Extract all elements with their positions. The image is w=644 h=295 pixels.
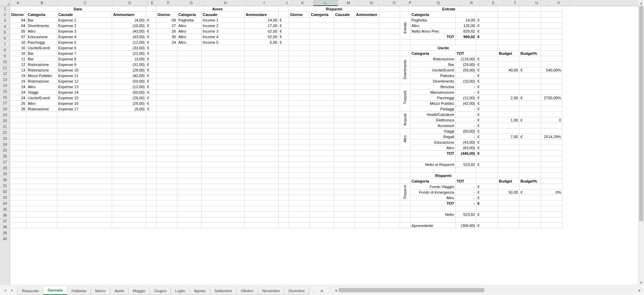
cell-J7[interactable]: € <box>279 40 289 45</box>
cell-C20[interactable] <box>57 112 112 117</box>
col-header-B[interactable]: B <box>27 0 58 6</box>
cell-V13[interactable] <box>541 73 562 78</box>
cell-O32[interactable] <box>379 178 400 184</box>
cell-M34[interactable] <box>334 189 355 195</box>
cell-E33[interactable] <box>146 184 156 189</box>
cell-V4[interactable] <box>541 23 562 28</box>
cell-J23[interactable] <box>279 128 289 134</box>
cell-Q37[interactable] <box>410 206 456 212</box>
cell-O22[interactable] <box>379 123 400 128</box>
cell-C34[interactable] <box>57 189 112 195</box>
cell-R3[interactable]: 14,00 <box>456 17 476 23</box>
cell-C8[interactable]: Expense 6 <box>57 45 112 51</box>
cell-D5[interactable]: (43,00) <box>112 28 146 34</box>
cell-M3[interactable] <box>334 17 355 23</box>
row-header-1[interactable]: 1 <box>0 6 10 12</box>
cell-M15[interactable] <box>334 84 355 90</box>
cell-B39[interactable] <box>27 217 57 223</box>
cell-N5[interactable] <box>355 28 379 34</box>
cell-V36[interactable] <box>541 201 562 206</box>
cell-K35[interactable] <box>289 195 310 201</box>
cell-U6[interactable] <box>519 34 541 40</box>
cell-H26[interactable] <box>202 145 245 151</box>
cell-U21[interactable]: € <box>519 117 541 123</box>
cell-N21[interactable] <box>355 117 379 123</box>
cell-E21[interactable] <box>146 117 156 123</box>
cell-B6[interactable]: Educazione <box>27 34 57 40</box>
cell-U2[interactable] <box>519 12 541 17</box>
cell-S23[interactable]: € <box>476 128 498 134</box>
cell-Q3[interactable]: Paghetta <box>410 17 456 23</box>
cell-P30[interactable] <box>400 167 410 173</box>
cell-V11[interactable] <box>541 62 562 67</box>
row-header-3[interactable]: 3 <box>0 18 10 24</box>
col-header-L[interactable]: L <box>313 0 338 6</box>
cell-R9[interactable]: TOT <box>456 51 476 56</box>
cell-G3[interactable]: Paghetta <box>177 17 202 23</box>
cell-I16[interactable] <box>245 90 279 95</box>
cell-T34[interactable]: 50,00 <box>498 189 519 195</box>
cell-I11[interactable] <box>245 62 279 67</box>
cell-F17[interactable] <box>156 95 177 101</box>
cell-V33[interactable] <box>541 184 562 189</box>
cell-G8[interactable] <box>177 45 202 51</box>
cell-R37[interactable] <box>456 206 476 212</box>
cell-G20[interactable] <box>177 112 202 117</box>
cell-T25[interactable] <box>498 140 519 145</box>
cell-E7[interactable]: € <box>146 40 156 45</box>
cell-V12[interactable]: 540,00% <box>541 67 562 73</box>
cell-O7[interactable] <box>379 40 400 45</box>
cell-I7[interactable]: 5,00 <box>245 40 279 45</box>
cell-V29[interactable] <box>541 162 562 167</box>
row-header-9[interactable]: 9 <box>0 53 10 59</box>
cell-G5[interactable]: Altro <box>177 28 202 34</box>
cell-D19[interactable]: (9,00) <box>112 106 146 112</box>
cell-H32[interactable] <box>202 178 245 184</box>
cell-F6[interactable]: 30 <box>156 34 177 40</box>
cell-D3[interactable]: (4,00) <box>112 17 146 23</box>
cell-V14[interactable] <box>541 78 562 84</box>
cell-N40[interactable] <box>355 223 379 228</box>
cell-L40[interactable] <box>310 223 334 228</box>
cell-E10[interactable]: € <box>146 56 156 62</box>
cell-Q23[interactable]: Viaggi <box>410 128 456 134</box>
cell-O10[interactable] <box>379 56 400 62</box>
cell-V3[interactable] <box>541 17 562 23</box>
cell-G34[interactable] <box>177 189 202 195</box>
cell-N4[interactable] <box>355 23 379 28</box>
cell-C37[interactable] <box>57 206 112 212</box>
cell-K24[interactable] <box>289 134 310 140</box>
cell-I32[interactable] <box>245 178 279 184</box>
cell-S13[interactable]: € <box>476 73 498 78</box>
cell-O38[interactable] <box>379 212 400 217</box>
cell-I40[interactable] <box>245 223 279 228</box>
cell-I8[interactable] <box>245 45 279 51</box>
cell-U23[interactable] <box>519 128 541 134</box>
cell-A40[interactable] <box>10 223 27 228</box>
cell-J17[interactable] <box>279 95 289 101</box>
cell-N15[interactable] <box>355 84 379 90</box>
cell-G7[interactable]: Altro <box>177 40 202 45</box>
cell-B18[interactable]: Altro <box>27 101 57 106</box>
cell-R30[interactable] <box>456 167 476 173</box>
cell-K3[interactable] <box>289 17 310 23</box>
cell-H34[interactable] <box>202 189 245 195</box>
cell-K19[interactable] <box>289 106 310 112</box>
cell-G24[interactable] <box>177 134 202 140</box>
cell-M25[interactable] <box>334 140 355 145</box>
cell-A36[interactable] <box>10 201 27 206</box>
cell-O17[interactable] <box>379 95 400 101</box>
cell-I26[interactable] <box>245 145 279 151</box>
cell-U32[interactable]: Budget% <box>519 178 541 184</box>
cell-D34[interactable] <box>112 189 146 195</box>
row-header-29[interactable]: 29 <box>0 171 10 177</box>
sheet-tab-agosto[interactable]: Agosto <box>189 287 210 295</box>
cell-F22[interactable] <box>156 123 177 128</box>
cell-F2[interactable]: Giorno <box>156 12 177 17</box>
cell-V16[interactable] <box>541 90 562 95</box>
cell-T9[interactable]: Budget <box>498 51 519 56</box>
cell-J22[interactable] <box>279 123 289 128</box>
cell-H25[interactable] <box>202 140 245 145</box>
cell-S38[interactable]: € <box>476 212 498 217</box>
cell-K27[interactable] <box>289 151 310 156</box>
